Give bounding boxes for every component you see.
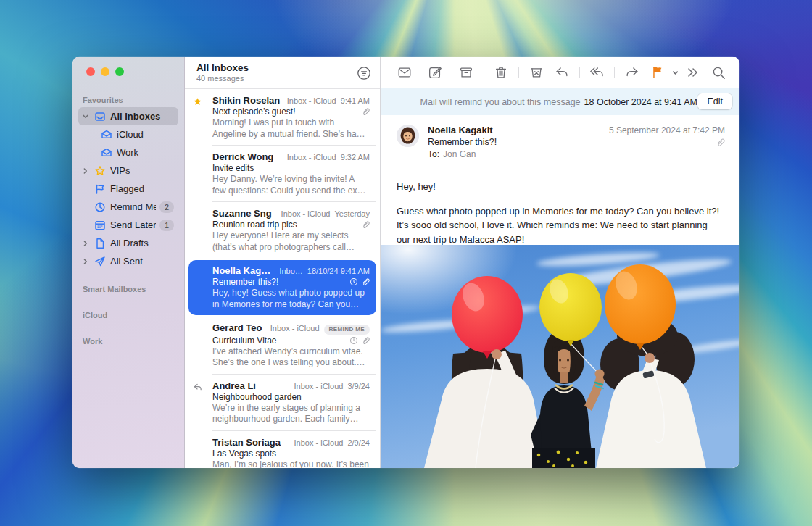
chevron-right-icon[interactable]	[81, 258, 90, 265]
sidebar-item-label: Work	[117, 147, 174, 158]
reply-icon[interactable]	[551, 64, 573, 80]
sidebar-item-work-inbox[interactable]: Work	[78, 143, 178, 162]
time: 9:41 AM	[341, 96, 370, 105]
mailbox-title: All Inboxes	[196, 62, 249, 74]
sidebar-item-all-drafts[interactable]: All Drafts	[78, 234, 178, 252]
sidebar-item-all-sent[interactable]: All Sent	[78, 252, 178, 270]
vip-star-icon	[193, 97, 202, 107]
recipient-name: Jon Gan	[443, 149, 476, 159]
sender: Andrea Li	[212, 380, 290, 391]
envelope-icon	[100, 147, 113, 159]
paper-plane-icon	[94, 256, 107, 267]
preview: Man, I’m so jealous of you now. It’s bee…	[212, 459, 370, 469]
time: Yesterday	[334, 209, 370, 218]
chevron-right-icon[interactable]	[81, 167, 90, 175]
sender: Suzanne Sng	[212, 208, 277, 219]
sender: Gerard Teo	[212, 322, 266, 333]
icloud-section-label[interactable]: iCloud	[72, 306, 184, 322]
subject: Reunion road trip pics	[212, 220, 358, 230]
archive-icon[interactable]	[455, 64, 477, 80]
smart-mailboxes-section-label[interactable]: Smart Mailboxes	[72, 280, 184, 296]
close-window-button[interactable]	[86, 67, 95, 76]
work-section-label[interactable]: Work	[72, 333, 184, 348]
desktop-wallpaper: Favourites All Inboxes iCloud	[0, 0, 812, 526]
sidebar-item-send-later[interactable]: Send Later 1	[78, 216, 178, 234]
preview: I’ve attached Wendy’s curriculum vitae. …	[212, 346, 370, 369]
preview: Hey, hey! Guess what photo popped up in …	[212, 288, 370, 310]
message-row[interactable]: Gerard TeoInbox - iCloudREMIND ME Curric…	[185, 317, 380, 375]
inbox-tray-icon	[94, 111, 107, 122]
sidebar-item-label: Flagged	[110, 183, 174, 194]
reminder-banner-datetime: 18 October 2024 at 9:41 AM.	[584, 97, 700, 107]
zoom-window-button[interactable]	[115, 67, 124, 76]
forward-icon[interactable]	[621, 64, 643, 80]
sidebar-item-remind-me[interactable]: Remind Me 2	[78, 198, 178, 216]
message-row[interactable]: Tristan SoriagaInbox - iCloud2/9/24 Las …	[185, 431, 380, 469]
chevron-right-icon[interactable]	[81, 240, 90, 247]
photo-attachment[interactable]	[381, 245, 740, 468]
trash-icon[interactable]	[490, 64, 512, 80]
time: 3/9/24	[347, 382, 370, 391]
message-row[interactable]: Shikin RoselanInbox - iCloud9:41 AM Next…	[185, 89, 380, 146]
reminder-clock-icon	[349, 277, 358, 286]
search-icon[interactable]	[708, 65, 729, 80]
overflow-icon[interactable]	[682, 65, 703, 80]
message-subject: Remember this?!	[428, 137, 716, 147]
paperclip-icon	[361, 277, 370, 286]
mailbox-label: Inbox - iCloud	[287, 96, 336, 105]
paperclip-icon	[361, 220, 370, 229]
mailbox-label: Inbox - iCloud	[281, 209, 331, 218]
sidebar-item-icloud-inbox[interactable]: iCloud	[78, 125, 178, 143]
time: 9:32 AM	[341, 153, 370, 162]
mailbox-label: Inbox - iCloud	[294, 382, 344, 391]
unread-envelope-icon[interactable]	[394, 64, 415, 80]
reminder-banner: Mail will remind you about this message …	[381, 88, 740, 115]
sidebar-item-all-inboxes[interactable]: All Inboxes	[78, 107, 178, 125]
mailbox-label: Inbo…	[279, 267, 302, 275]
document-icon	[94, 238, 107, 249]
body-greeting: Hey, hey!	[397, 180, 722, 194]
mailbox-label: Inbox - iCloud	[294, 438, 344, 447]
mailbox-label: Inbox - iCloud	[287, 153, 336, 162]
sender: Noella Kagakit	[212, 265, 275, 276]
message-list-header: All Inboxes 40 messages	[185, 57, 380, 89]
message-row[interactable]: Andrea LiInbox - iCloud3/9/24 Neighbourh…	[185, 375, 380, 431]
message-row[interactable]: Suzanne SngInbox - iCloudYesterday Reuni…	[185, 202, 380, 259]
message-sender-name: Noella Kagakit	[428, 125, 609, 135]
message-list: All Inboxes 40 messages Shikin RoselanIn…	[185, 57, 381, 468]
preview: Hey everyone! Here are my selects (that’…	[212, 230, 370, 253]
message-row[interactable]: Derrick WongInbox - iCloud9:32 AM Invite…	[185, 146, 380, 202]
message-count: 40 messages	[196, 74, 249, 83]
paperclip-icon	[716, 138, 725, 147]
envelope-icon	[100, 129, 113, 141]
sidebar-item-vips[interactable]: VIPs	[78, 162, 178, 180]
sender: Derrick Wong	[212, 151, 283, 162]
flag-chevron-icon[interactable]	[668, 69, 682, 77]
chevron-down-icon[interactable]	[81, 113, 90, 120]
reply-all-icon[interactable]	[586, 64, 608, 80]
sender: Tristan Soriaga	[212, 437, 290, 448]
edit-reminder-button[interactable]: Edit	[697, 93, 732, 109]
message-date: 5 September 2024 at 7:42 PM	[609, 125, 725, 135]
subject: Neighbourhood garden	[212, 392, 370, 402]
filter-icon[interactable]	[357, 66, 371, 80]
flag-icon	[94, 183, 107, 195]
sidebar-item-flagged[interactable]: Flagged	[78, 180, 178, 198]
junk-icon[interactable]	[526, 64, 547, 80]
flag-icon[interactable]	[647, 64, 668, 80]
sidebar-item-label: All Sent	[110, 256, 174, 267]
avatar	[397, 125, 419, 147]
sidebar-item-label: Send Later	[110, 220, 156, 230]
minimize-window-button[interactable]	[101, 67, 109, 76]
sidebar-item-label: Remind Me	[110, 201, 156, 212]
reading-pane: Mail will remind you about this message …	[381, 57, 740, 468]
subject: Next episode’s guest!	[212, 107, 358, 117]
time: 2/9/24	[347, 438, 370, 447]
replied-arrow-icon	[193, 383, 202, 392]
to-label: To:	[428, 149, 439, 159]
compose-icon[interactable]	[424, 64, 446, 80]
remind-me-count-badge: 2	[160, 201, 174, 213]
sidebar-item-label: VIPs	[110, 165, 174, 176]
message-row-selected[interactable]: Noella KagakitInbo…18/10/24 9:41 AM Reme…	[188, 260, 376, 315]
message-header: Noella Kagakit 5 September 2024 at 7:42 …	[381, 115, 740, 167]
